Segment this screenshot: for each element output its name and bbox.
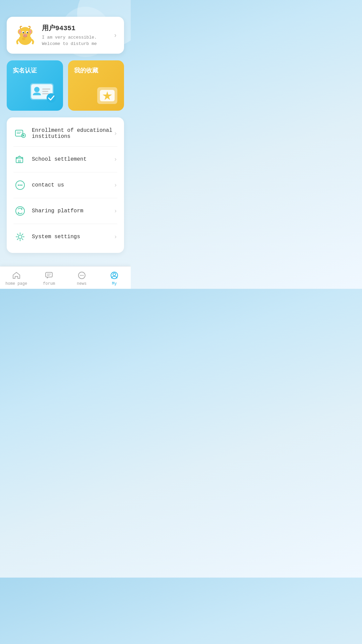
svg-point-37 [18, 184, 19, 186]
enrollment-arrow-icon: › [114, 130, 117, 137]
my-icon [110, 271, 119, 280]
id-card-illustration [29, 80, 60, 107]
contact-icon [13, 178, 27, 192]
sharing-arrow-icon: › [114, 208, 117, 214]
svg-point-5 [29, 30, 32, 34]
menu-card: Enrollment of educational institutions ›… [7, 117, 124, 253]
feature-cards-row: 实名认证 [7, 60, 124, 111]
svg-point-38 [19, 184, 21, 186]
svg-point-4 [19, 30, 21, 34]
enrollment-icon [13, 127, 27, 140]
contact-arrow-icon: › [114, 182, 117, 189]
nav-item-my[interactable]: My [98, 271, 131, 286]
svg-point-10 [23, 32, 24, 33]
menu-item-settings[interactable]: System settings › [13, 224, 117, 250]
menu-item-enrollment[interactable]: Enrollment of educational institutions › [13, 121, 117, 147]
svg-point-50 [113, 273, 116, 276]
svg-point-48 [82, 275, 83, 276]
settings-icon [13, 230, 27, 244]
nav-item-home[interactable]: home page [0, 271, 33, 286]
avatar [13, 23, 37, 47]
settlement-label: School settlement [32, 156, 114, 162]
real-name-card-title: 实名认证 [13, 66, 57, 74]
svg-rect-20 [42, 91, 48, 92]
menu-item-contact[interactable]: contact us › [13, 172, 117, 198]
contact-label: contact us [32, 182, 114, 188]
my-nav-label: My [112, 281, 117, 286]
svg-point-22 [47, 93, 56, 103]
profile-card[interactable]: 用户94351 I am very accessible. Welcome to… [7, 17, 124, 54]
svg-point-41 [18, 235, 22, 238]
favorites-card[interactable]: 我的收藏 [68, 60, 124, 111]
favorites-card-title: 我的收藏 [74, 66, 118, 74]
sharing-icon [13, 204, 27, 218]
svg-rect-42 [46, 272, 52, 277]
enrollment-label: Enrollment of educational institutions [32, 127, 114, 140]
profile-bio: I am very accessible. Welcome to disturb… [42, 35, 113, 47]
menu-item-settlement[interactable]: School settlement › [13, 147, 117, 172]
svg-point-11 [27, 32, 28, 33]
settlement-arrow-icon: › [114, 156, 117, 163]
svg-point-13 [24, 35, 25, 36]
real-name-card[interactable]: 实名认证 [7, 60, 63, 111]
nav-item-news[interactable]: news [65, 271, 98, 286]
main-content: 用户94351 I am very accessible. Welcome to… [0, 0, 131, 266]
svg-point-8 [23, 32, 24, 33]
svg-point-15 [22, 37, 25, 40]
svg-point-46 [80, 275, 81, 276]
svg-point-18 [34, 87, 40, 92]
settings-arrow-icon: › [114, 233, 117, 240]
home-icon [12, 271, 21, 280]
svg-point-14 [25, 35, 26, 36]
news-icon [77, 271, 86, 280]
menu-item-sharing[interactable]: Sharing platform › [13, 198, 117, 224]
settlement-icon [13, 153, 27, 166]
svg-rect-19 [42, 89, 50, 90]
nav-item-forum[interactable]: forum [33, 271, 66, 286]
forum-nav-label: forum [43, 281, 55, 286]
profile-name: 用户94351 [42, 23, 113, 33]
svg-point-9 [27, 32, 28, 33]
svg-point-47 [81, 275, 82, 276]
bottom-navigation: home page forum news [0, 266, 131, 289]
svg-rect-21 [42, 93, 49, 94]
home-nav-label: home page [5, 281, 27, 286]
profile-arrow-icon: › [113, 32, 117, 39]
profile-info: 用户94351 I am very accessible. Welcome to… [42, 23, 113, 47]
settings-label: System settings [32, 234, 114, 240]
star-illustration [94, 84, 121, 107]
news-nav-label: news [77, 281, 86, 286]
forum-icon [44, 271, 54, 280]
sharing-label: Sharing platform [32, 208, 114, 214]
svg-point-39 [21, 184, 22, 186]
